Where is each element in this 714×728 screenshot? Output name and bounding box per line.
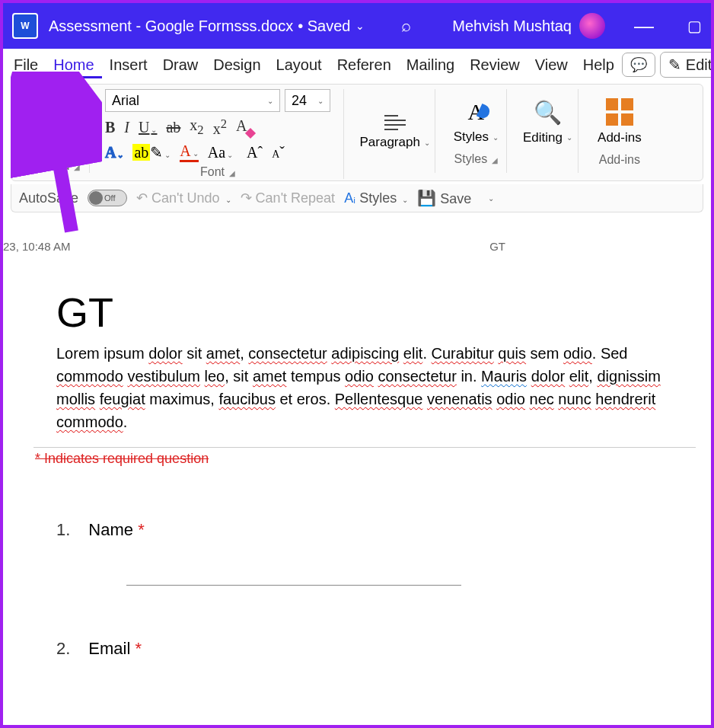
comments-button[interactable]: 💬 xyxy=(622,53,655,77)
editing-mode-label: Editing xyxy=(686,56,714,74)
document-body[interactable]: Lorem ipsum dolor sit amet, consectetur … xyxy=(56,342,696,433)
bold-button[interactable]: B xyxy=(105,119,115,136)
q2-number: 2. xyxy=(56,639,70,659)
customize-qat-icon[interactable]: ⌄ xyxy=(488,194,494,203)
dialog-launcher-icon[interactable]: ◢ xyxy=(492,156,498,164)
menu-bar: File Home Insert Draw Design Layout Refe… xyxy=(3,49,711,81)
tab-file[interactable]: File xyxy=(6,52,46,78)
document-title[interactable]: Assessment - Google Formsss.docx • Saved… xyxy=(49,18,365,35)
save-button[interactable]: 💾 Save xyxy=(417,189,471,207)
shrink-font-button[interactable]: Aˇ xyxy=(272,144,285,161)
page-header-right: GT xyxy=(489,240,505,253)
required-note[interactable]: * Indicates required question xyxy=(35,451,696,467)
user-name: Mehvish Mushtaq xyxy=(452,18,572,35)
redo-label: Can't Repeat xyxy=(256,190,336,206)
document-heading[interactable]: GT xyxy=(56,289,696,336)
styles-quick-button[interactable]: Aᵢ Styles ⌄ xyxy=(344,190,408,206)
clipboard-group-label: Clipboard xyxy=(18,159,69,172)
styles-icon: A xyxy=(468,99,485,125)
autosave-toggle[interactable]: Off xyxy=(88,190,127,206)
question-1[interactable]: 1. Name * xyxy=(56,520,696,540)
addins-label: Add-ins xyxy=(598,130,642,145)
dialog-launcher-icon[interactable]: ◢ xyxy=(74,163,80,171)
group-styles[interactable]: A Styles⌄ Styles◢ xyxy=(446,89,507,173)
change-case-button[interactable]: Aa⌄ xyxy=(208,144,233,161)
tab-references[interactable]: Referen xyxy=(330,52,399,78)
autosave-label: AutoSave xyxy=(19,190,78,206)
tab-layout[interactable]: Layout xyxy=(269,52,330,78)
required-asterisk: * xyxy=(138,520,145,539)
q1-answer-line[interactable] xyxy=(126,555,461,586)
group-addins[interactable]: Add-ins Add-ins xyxy=(589,89,650,173)
styles-group-label: Styles xyxy=(454,152,488,165)
save-label: Save xyxy=(440,191,471,206)
subscript-button[interactable]: x2 xyxy=(190,117,203,138)
font-size-value: 24 xyxy=(292,93,307,109)
document-canvas[interactable]: 23, 10:48 AM GT GT Lorem ipsum dolor sit… xyxy=(3,212,711,683)
page-header-left: 23, 10:48 AM xyxy=(3,240,70,253)
editing-mode-button[interactable]: ✎ Editing ⌄ xyxy=(660,52,714,78)
undo-label: Can't Undo xyxy=(151,190,220,206)
addins-icon xyxy=(606,98,633,126)
word-app-icon: W xyxy=(12,13,38,39)
tab-design[interactable]: Design xyxy=(206,52,268,78)
paragraph-label: Paragraph xyxy=(359,135,419,150)
question-2[interactable]: 2. Email * xyxy=(56,639,696,659)
editing-icon: 🔍 xyxy=(534,99,562,126)
separator-line xyxy=(33,447,696,448)
tab-view[interactable]: View xyxy=(528,52,575,78)
styles-label: Styles xyxy=(454,129,489,145)
italic-button[interactable]: I xyxy=(124,119,129,136)
doc-name: Assessment - Google Formsss.docx xyxy=(49,18,293,35)
styles-quick-label: Styles xyxy=(359,190,397,206)
superscript-button[interactable]: x2 xyxy=(213,117,227,138)
chevron-down-icon[interactable]: ⌄ xyxy=(37,135,43,143)
tab-help[interactable]: Help xyxy=(575,52,622,78)
q2-label: Email xyxy=(88,639,130,658)
tab-draw[interactable]: Draw xyxy=(155,52,206,78)
font-group-label: Font xyxy=(200,165,225,178)
clear-formatting-button[interactable] xyxy=(236,119,253,136)
quick-access-toolbar: AutoSave Off ↶ Can't Undo ⌄ ↷ Can't Repe… xyxy=(11,184,703,212)
font-name-combo[interactable]: Arial⌄ xyxy=(105,89,280,112)
tab-insert[interactable]: Insert xyxy=(102,52,155,78)
pencil-icon: ✎ xyxy=(668,56,681,74)
chevron-down-icon[interactable]: ⌄ xyxy=(355,20,365,32)
group-font: Arial⌄ 24⌄ B I U⌄ ab x2 x2 A⌄ ab✎⌄ A⌄ Aa… xyxy=(100,89,344,179)
paste-icon[interactable] xyxy=(27,89,52,120)
tab-home[interactable]: Home xyxy=(46,52,101,78)
ribbon: Paste⌄ ✂ ⧉ 🖌 Clipboard◢ Arial⌄ 24⌄ B I U… xyxy=(11,84,703,181)
dialog-launcher-icon[interactable]: ◢ xyxy=(229,169,235,177)
editing-label: Editing xyxy=(523,130,563,145)
search-icon[interactable]: ⌕ xyxy=(401,16,411,36)
avatar xyxy=(579,13,605,39)
paragraph-icon xyxy=(384,115,406,130)
addins-group-label: Add-ins xyxy=(599,153,640,166)
autosave-state: Off xyxy=(104,193,115,203)
grow-font-button[interactable]: Aˆ xyxy=(247,144,263,161)
tab-review[interactable]: Review xyxy=(462,52,528,78)
group-paragraph[interactable]: Paragraph⌄ xyxy=(355,89,435,173)
paste-label[interactable]: Paste xyxy=(24,120,56,133)
font-size-combo[interactable]: 24⌄ xyxy=(285,89,330,112)
tab-mailings[interactable]: Mailing xyxy=(399,52,462,78)
text-effects-button[interactable]: A⌄ xyxy=(105,144,123,161)
title-bar: W Assessment - Google Formsss.docx • Sav… xyxy=(3,3,711,49)
redo-button[interactable]: ↷ Can't Repeat xyxy=(241,190,336,206)
cut-icon[interactable]: ✂ xyxy=(60,90,74,107)
strikethrough-button[interactable]: ab xyxy=(166,119,180,136)
group-editing[interactable]: 🔍 Editing⌄ xyxy=(518,89,579,173)
underline-button[interactable]: U⌄ xyxy=(139,119,157,136)
font-name-value: Arial xyxy=(112,93,139,109)
format-painter-icon[interactable]: 🖌 xyxy=(60,127,74,143)
q2-answer-line[interactable] xyxy=(126,674,461,683)
account-button[interactable]: Mehvish Mushtaq xyxy=(452,13,605,39)
q1-label: Name xyxy=(88,520,133,539)
required-asterisk: * xyxy=(135,639,142,658)
highlight-button[interactable]: ab✎⌄ xyxy=(132,143,171,161)
undo-button[interactable]: ↶ Can't Undo ⌄ xyxy=(136,190,231,206)
copy-icon[interactable]: ⧉ xyxy=(60,109,74,125)
font-color-button[interactable]: A⌄ xyxy=(180,142,198,162)
minimize-button[interactable]: — xyxy=(634,14,654,38)
maximize-button[interactable]: ▢ xyxy=(687,17,702,35)
